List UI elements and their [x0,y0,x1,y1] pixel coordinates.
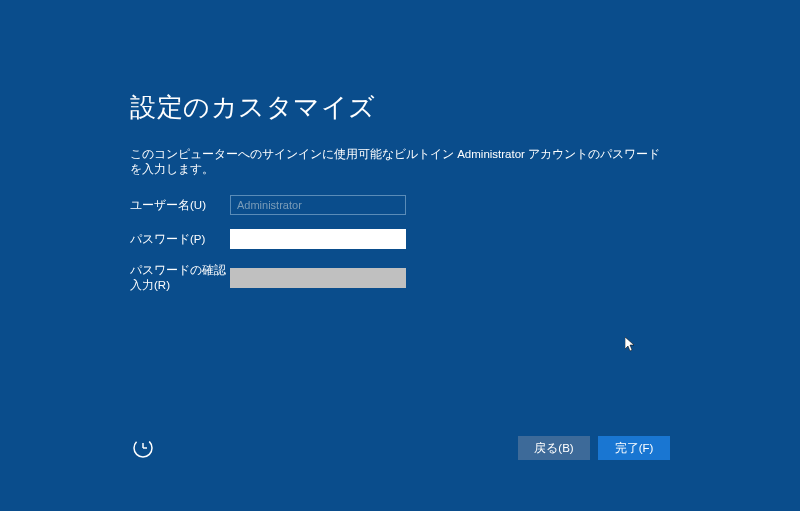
password-label: パスワード(P) [130,232,230,247]
username-label: ユーザー名(U) [130,198,230,213]
settings-form-container: 設定のカスタマイズ このコンピューターへのサインインに使用可能なビルトイン Ad… [130,90,670,307]
password-row: パスワード(P) [130,229,670,249]
button-group: 戻る(B) 完了(F) [518,436,670,460]
password-confirm-input[interactable] [230,268,406,288]
back-button[interactable]: 戻る(B) [518,436,590,460]
footer: 戻る(B) 完了(F) [130,435,670,461]
page-title: 設定のカスタマイズ [130,90,670,125]
password-confirm-label: パスワードの確認入力(R) [130,263,230,293]
page-description: このコンピューターへのサインインに使用可能なビルトイン Administrato… [130,147,670,177]
username-row: ユーザー名(U) [130,195,670,215]
password-confirm-row: パスワードの確認入力(R) [130,263,670,293]
password-input[interactable] [230,229,406,249]
username-input [230,195,406,215]
ease-of-access-icon[interactable] [130,435,156,461]
mouse-cursor-icon [625,337,637,353]
finish-button[interactable]: 完了(F) [598,436,670,460]
